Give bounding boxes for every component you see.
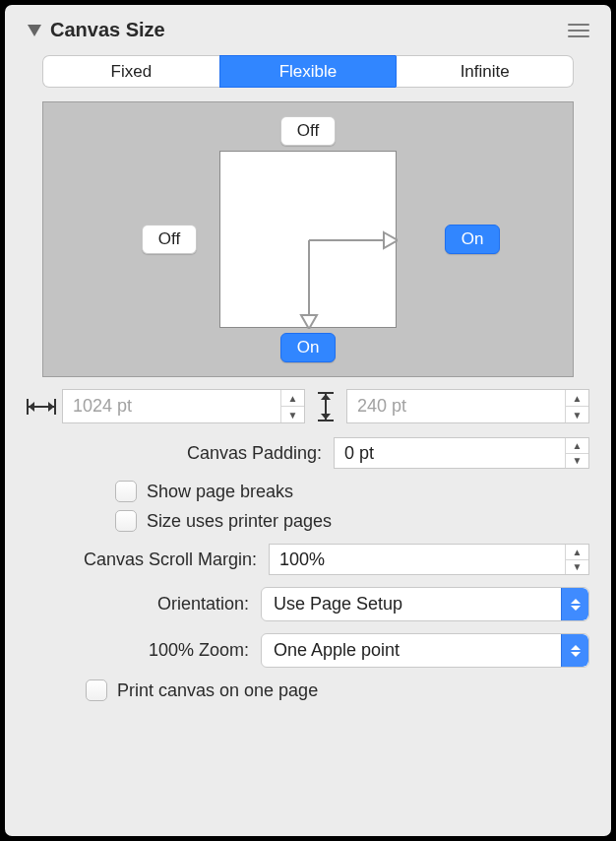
popup-knob-icon — [561, 588, 588, 620]
scroll-margin-label: Canvas Scroll Margin: — [27, 550, 257, 570]
seg-fixed[interactable]: Fixed — [42, 55, 219, 88]
scroll-margin-row: Canvas Scroll Margin: 100% ▲▼ — [27, 544, 589, 575]
disclosure-triangle-icon[interactable] — [27, 24, 42, 37]
scroll-margin-down[interactable]: ▼ — [566, 560, 588, 575]
svg-marker-4 — [301, 315, 317, 329]
expand-top-toggle[interactable]: Off — [280, 116, 336, 146]
height-value: 240 pt — [347, 396, 565, 417]
printer-pages-row: Size uses printer pages — [115, 510, 589, 532]
seg-infinite[interactable]: Infinite — [396, 55, 574, 88]
zoom-label: 100% Zoom: — [27, 640, 249, 661]
orientation-value: Use Page Setup — [262, 594, 561, 615]
dimensions-row: 1024 pt ▲▼ 240 pt ▲▼ — [27, 389, 589, 423]
zoom-popup[interactable]: One Apple point — [261, 633, 589, 668]
height-stepper[interactable]: 240 pt ▲▼ — [346, 389, 589, 423]
width-value: 1024 pt — [63, 396, 280, 417]
expansion-arrows-icon — [220, 152, 398, 329]
canvas-square — [219, 151, 397, 328]
expand-bottom-toggle[interactable]: On — [280, 333, 336, 362]
panel-title: Canvas Size — [50, 19, 165, 41]
svg-marker-14 — [321, 414, 331, 420]
padding-stepper[interactable]: 0 pt ▲▼ — [334, 437, 589, 469]
width-icon — [27, 396, 56, 418]
padding-stepper-down[interactable]: ▼ — [566, 454, 588, 469]
svg-marker-0 — [28, 25, 41, 36]
menu-icon[interactable] — [568, 24, 589, 37]
padding-label: Canvas Padding: — [27, 443, 322, 464]
zoom-row: 100% Zoom: One Apple point — [27, 633, 589, 668]
print-one-page-row: Print canvas on one page — [86, 679, 589, 701]
panel-header: Canvas Size — [27, 19, 589, 41]
seg-flexible[interactable]: Flexible — [219, 55, 397, 88]
canvas-mode-segmented: Fixed Flexible Infinite — [42, 55, 574, 88]
svg-marker-13 — [321, 394, 331, 400]
print-one-page-checkbox[interactable] — [86, 679, 107, 701]
svg-marker-9 — [48, 402, 54, 412]
height-stepper-up[interactable]: ▲ — [566, 390, 588, 407]
expand-right-toggle[interactable]: On — [445, 225, 500, 254]
orientation-label: Orientation: — [27, 594, 249, 615]
printer-pages-checkbox[interactable] — [115, 510, 137, 532]
show-page-breaks-row: Show page breaks — [115, 481, 589, 502]
scroll-margin-value: 100% — [270, 550, 565, 570]
svg-marker-8 — [29, 402, 34, 412]
padding-value: 0 pt — [335, 443, 565, 464]
padding-stepper-up[interactable]: ▲ — [566, 438, 588, 454]
zoom-value: One Apple point — [262, 640, 561, 661]
scroll-margin-stepper[interactable]: 100% ▲▼ — [269, 544, 589, 575]
svg-marker-2 — [384, 232, 398, 248]
padding-row: Canvas Padding: 0 pt ▲▼ — [27, 437, 589, 469]
orientation-row: Orientation: Use Page Setup — [27, 587, 589, 621]
printer-pages-label: Size uses printer pages — [147, 511, 332, 532]
scroll-margin-up[interactable]: ▲ — [566, 545, 588, 560]
expansion-preview: Off Off On On — [42, 101, 574, 377]
popup-knob-icon — [561, 634, 588, 667]
show-page-breaks-label: Show page breaks — [147, 482, 293, 502]
expand-left-toggle[interactable]: Off — [142, 225, 197, 254]
orientation-popup[interactable]: Use Page Setup — [261, 587, 589, 621]
print-one-page-label: Print canvas on one page — [117, 680, 318, 701]
canvas-size-panel: Canvas Size Fixed Flexible Infinite Off … — [5, 5, 611, 836]
width-stepper[interactable]: 1024 pt ▲▼ — [62, 389, 305, 423]
width-stepper-down[interactable]: ▼ — [281, 407, 304, 422]
width-stepper-up[interactable]: ▲ — [281, 390, 304, 407]
height-stepper-down[interactable]: ▼ — [566, 407, 588, 422]
show-page-breaks-checkbox[interactable] — [115, 481, 137, 502]
height-icon — [311, 392, 340, 421]
